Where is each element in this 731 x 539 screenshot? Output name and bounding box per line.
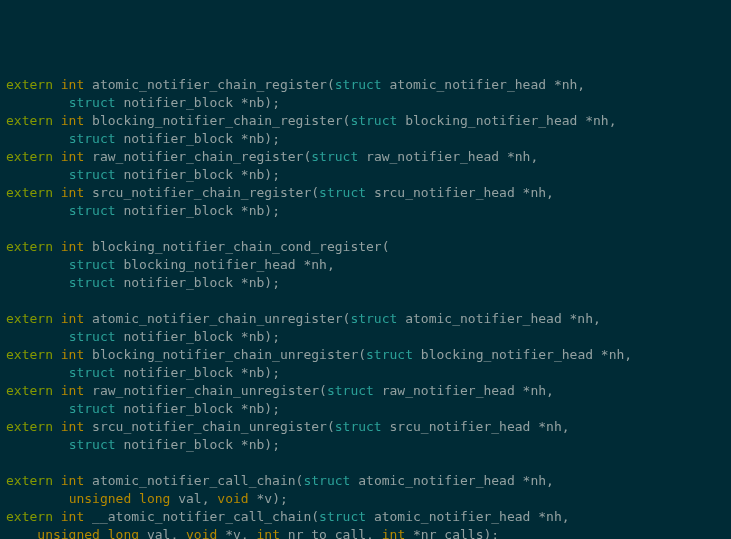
keyword-struct: struct (350, 311, 397, 326)
code-text: *nr_calls); (405, 527, 499, 539)
keyword-struct: struct (303, 473, 350, 488)
keyword-long: long (139, 491, 170, 506)
keyword-struct: struct (335, 77, 382, 92)
code-text: blocking_notifier_head *nh, (413, 347, 632, 362)
keyword-struct: struct (69, 167, 116, 182)
keyword-struct: struct (319, 185, 366, 200)
keyword-unsigned: unsigned (69, 491, 132, 506)
code-text: atomic_notifier_chain_register( (84, 77, 334, 92)
keyword-int: int (257, 527, 280, 539)
keyword-struct: struct (69, 365, 116, 380)
keyword-struct: struct (335, 419, 382, 434)
keyword-extern: extern (6, 383, 53, 398)
code-text: blocking_notifier_head *nh, (397, 113, 616, 128)
keyword-struct: struct (69, 131, 116, 146)
keyword-int: int (61, 311, 84, 326)
keyword-struct: struct (327, 383, 374, 398)
code-text: notifier_block *nb); (116, 365, 280, 380)
keyword-extern: extern (6, 473, 53, 488)
code-text: atomic_notifier_head *nh, (350, 473, 554, 488)
code-text: blocking_notifier_chain_unregister( (84, 347, 366, 362)
keyword-void: void (186, 527, 217, 539)
code-text: notifier_block *nb); (116, 275, 280, 290)
keyword-int: int (61, 509, 84, 524)
code-text: __atomic_notifier_call_chain( (84, 509, 319, 524)
code-text: blocking_notifier_head *nh, (116, 257, 335, 272)
keyword-extern: extern (6, 185, 53, 200)
keyword-extern: extern (6, 419, 53, 434)
keyword-void: void (217, 491, 248, 506)
keyword-unsigned: unsigned (37, 527, 100, 539)
keyword-int: int (61, 149, 84, 164)
code-text: notifier_block *nb); (116, 95, 280, 110)
code-text: raw_notifier_head *nh, (358, 149, 538, 164)
keyword-struct: struct (366, 347, 413, 362)
code-text: notifier_block *nb); (116, 203, 280, 218)
keyword-struct: struct (69, 437, 116, 452)
code-text: srcu_notifier_chain_unregister( (84, 419, 334, 434)
code-text: notifier_block *nb); (116, 437, 280, 452)
code-text: srcu_notifier_head *nh, (366, 185, 554, 200)
code-text: val, (139, 527, 186, 539)
code-text: *v, (217, 527, 256, 539)
keyword-int: int (61, 347, 84, 362)
code-text: atomic_notifier_head *nh, (366, 509, 570, 524)
code-viewport[interactable]: extern int atomic_notifier_chain_registe… (6, 76, 725, 539)
code-text: atomic_notifier_chain_unregister( (84, 311, 350, 326)
code-text: srcu_notifier_head *nh, (382, 419, 570, 434)
keyword-int: int (61, 239, 84, 254)
code-text: notifier_block *nb); (116, 401, 280, 416)
keyword-int: int (61, 77, 84, 92)
code-text: atomic_notifier_head *nh, (382, 77, 586, 92)
keyword-struct: struct (311, 149, 358, 164)
keyword-int: int (61, 113, 84, 128)
code-text: *v); (249, 491, 288, 506)
keyword-struct: struct (319, 509, 366, 524)
keyword-struct: struct (69, 203, 116, 218)
keyword-struct: struct (69, 257, 116, 272)
keyword-long: long (108, 527, 139, 539)
keyword-struct: struct (69, 275, 116, 290)
code-text: notifier_block *nb); (116, 329, 280, 344)
code-text: blocking_notifier_chain_register( (84, 113, 350, 128)
keyword-extern: extern (6, 113, 53, 128)
code-text: notifier_block *nb); (116, 131, 280, 146)
keyword-int: int (61, 185, 84, 200)
keyword-int: int (61, 383, 84, 398)
keyword-struct: struct (69, 401, 116, 416)
code-text: blocking_notifier_chain_cond_register( (84, 239, 389, 254)
code-text: atomic_notifier_call_chain( (84, 473, 303, 488)
keyword-int: int (61, 473, 84, 488)
keyword-extern: extern (6, 509, 53, 524)
keyword-int: int (61, 419, 84, 434)
code-text: nr_to_call, (280, 527, 382, 539)
code-text: srcu_notifier_chain_register( (84, 185, 319, 200)
code-text: notifier_block *nb); (116, 167, 280, 182)
keyword-int: int (382, 527, 405, 539)
keyword-struct: struct (69, 95, 116, 110)
code-text: val, (170, 491, 217, 506)
code-text: raw_notifier_chain_unregister( (84, 383, 327, 398)
keyword-extern: extern (6, 239, 53, 254)
keyword-extern: extern (6, 347, 53, 362)
code-text: raw_notifier_chain_register( (84, 149, 311, 164)
keyword-extern: extern (6, 77, 53, 92)
keyword-extern: extern (6, 311, 53, 326)
keyword-struct: struct (69, 329, 116, 344)
code-text: raw_notifier_head *nh, (374, 383, 554, 398)
keyword-extern: extern (6, 149, 53, 164)
code-text: atomic_notifier_head *nh, (397, 311, 601, 326)
keyword-struct: struct (350, 113, 397, 128)
